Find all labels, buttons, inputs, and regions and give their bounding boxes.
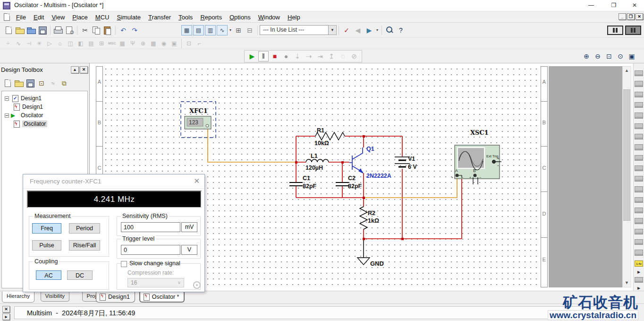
child-close-button[interactable]: ✕ xyxy=(636,13,643,20)
wattmeter-icon[interactable] xyxy=(635,92,643,97)
tektronix-oscilloscope-icon[interactable] xyxy=(635,250,643,255)
menu-edit[interactable]: Edit xyxy=(30,14,48,21)
open-document-icon[interactable] xyxy=(14,78,24,88)
menu-window[interactable]: Window xyxy=(254,14,284,21)
back-annotate-icon[interactable]: ◀ xyxy=(353,25,363,35)
layers-icon[interactable]: ⧉ xyxy=(59,78,69,88)
instrument-rack-button[interactable] xyxy=(625,26,641,35)
forward-annotate-icon[interactable]: ▶ xyxy=(364,25,374,35)
menu-tools[interactable]: Tools xyxy=(175,14,196,21)
statusbar-close-button[interactable]: ✕ xyxy=(2,306,10,312)
zoom-in-icon[interactable]: ⊕ xyxy=(581,51,592,61)
help-icon[interactable]: ? xyxy=(396,25,406,35)
distortion-analyzer-icon[interactable] xyxy=(635,186,643,192)
dialog-title-bar[interactable]: Frequency counter-XFC1 ✕ xyxy=(23,174,204,189)
place-power-icon[interactable]: ▦ xyxy=(118,39,127,48)
place-cmos-icon[interactable]: ◫ xyxy=(66,39,75,48)
spectrum-analyzer-icon[interactable] xyxy=(635,197,643,203)
place-ttl-icon[interactable]: ⌂ xyxy=(55,39,65,48)
capacitor-c2-symbol[interactable] xyxy=(336,182,349,186)
function-generator-icon[interactable] xyxy=(635,81,643,87)
in-use-list-combo[interactable]: --- In Use List --- xyxy=(260,25,329,35)
paste-icon[interactable] xyxy=(102,25,113,35)
dc-button[interactable]: DC xyxy=(67,270,93,280)
four-channel-oscilloscope-icon[interactable] xyxy=(635,113,643,118)
place-analog-icon[interactable]: ▷ xyxy=(45,39,54,48)
measurement-probe-icon[interactable]: 1.4v xyxy=(635,260,643,267)
annotate-dropdown-arrow[interactable]: ▾ xyxy=(375,28,380,32)
zoom-area-icon[interactable]: ⊡ xyxy=(604,51,614,61)
toggle-breakpoint-icon[interactable]: ◌ xyxy=(338,51,348,61)
pause-at-next-mcu-instruction-icon[interactable]: ⇣ xyxy=(292,51,303,61)
grapher-dropdown-arrow[interactable]: ▾ xyxy=(228,28,233,32)
text-edit-disabled-icon[interactable]: Te xyxy=(48,78,58,88)
frequency-counter-icon[interactable] xyxy=(635,134,643,139)
child-restore-button[interactable]: ❐ xyxy=(627,13,635,20)
sensitivity-unit[interactable]: mV xyxy=(181,222,197,232)
tree-item-design1-sheet[interactable]: ϟDesign1 xyxy=(12,103,43,111)
xsc1-channel-b-terminal[interactable] xyxy=(474,174,477,177)
step-into-icon[interactable]: ⇢ xyxy=(304,51,314,61)
place-electromechanical-icon[interactable]: ▩ xyxy=(149,39,158,48)
place-misc-digital-icon[interactable]: ◧ xyxy=(76,39,85,48)
step-out-icon[interactable]: ↥ xyxy=(326,51,337,61)
place-advanced-peripherals-icon[interactable]: Ψ xyxy=(128,39,137,48)
oscilloscope-xsc1[interactable]: XSC1 Ext Trig + − A B + − + − xyxy=(451,129,501,184)
ac-button[interactable]: AC xyxy=(36,270,61,280)
inductor-l1-symbol[interactable] xyxy=(306,159,329,162)
place-mcu-icon[interactable]: ▣ xyxy=(169,39,179,48)
dialog-close-icon[interactable]: ✕ xyxy=(194,177,200,185)
electrical-rules-check-icon[interactable]: ✓ xyxy=(341,25,352,35)
doc-tab-oscilator-[interactable]: Oscilator * xyxy=(139,292,185,303)
save-file-icon[interactable] xyxy=(37,25,48,35)
step-over-icon[interactable]: ⇥ xyxy=(315,51,325,61)
agilent-multimeter-icon[interactable] xyxy=(635,229,643,234)
breadboard-view-button[interactable] xyxy=(607,26,623,35)
panel-tab-visibility[interactable]: Visibility xyxy=(41,292,69,302)
tree-item-oscilator[interactable]: ▶Oscilator xyxy=(5,111,43,120)
freq-button[interactable]: Freq xyxy=(32,223,61,234)
print-preview-icon[interactable] xyxy=(64,25,75,35)
tree-item-oscilator-sheet[interactable]: ϟOscilator xyxy=(12,120,47,128)
window-restore-button[interactable]: ❐ xyxy=(604,0,623,11)
place-bus-icon[interactable]: ⌐ xyxy=(195,39,204,48)
trigger-level-unit[interactable]: V xyxy=(181,245,197,255)
in-use-list-dropdown-arrow[interactable]: ▼ xyxy=(329,25,337,35)
xfc1-terminal[interactable] xyxy=(206,124,209,127)
resistor-r2-symbol[interactable] xyxy=(360,207,367,229)
new-document-icon[interactable] xyxy=(2,78,13,88)
agilent-oscilloscope-icon[interactable] xyxy=(635,239,643,245)
menu-help[interactable]: Help xyxy=(284,14,304,21)
menu-simulate[interactable]: Simulate xyxy=(113,14,144,21)
probe-settings-icon[interactable]: ▶ xyxy=(635,270,643,274)
print-icon[interactable] xyxy=(53,25,63,35)
toggle-grapher-icon[interactable]: ∿ xyxy=(217,25,228,35)
record-icon[interactable]: ● xyxy=(281,51,291,61)
window-close-button[interactable]: ✕ xyxy=(625,0,644,11)
menu-transfer[interactable]: Transfer xyxy=(144,14,175,21)
menu-options[interactable]: Options xyxy=(226,14,254,21)
run-simulation-icon[interactable]: ▶ xyxy=(247,51,257,61)
compression-rate-select[interactable]: 16 xyxy=(127,278,184,287)
logic-analyzer-icon[interactable] xyxy=(635,165,643,171)
zoom-fit-to-page-icon[interactable]: ⊙ xyxy=(615,51,626,61)
period-button[interactable]: Period xyxy=(69,223,100,234)
slow-change-checkbox[interactable] xyxy=(121,261,127,267)
menu-reports[interactable]: Reports xyxy=(196,14,226,21)
open-sample-icon[interactable] xyxy=(26,25,36,35)
trigger-level-input[interactable] xyxy=(121,245,180,255)
iv-analyzer-icon[interactable] xyxy=(635,176,643,182)
place-transistor-icon[interactable]: ✳ xyxy=(34,39,44,48)
multimeter-icon[interactable] xyxy=(635,70,643,76)
frequency-counter-xfc1[interactable]: XFC1 123 xyxy=(181,102,216,138)
find-icon[interactable] xyxy=(384,25,395,35)
network-analyzer-icon[interactable] xyxy=(635,208,643,213)
component-wizard-icon[interactable]: ⊟ xyxy=(245,25,255,35)
panel-close-button[interactable]: ✕ xyxy=(80,66,88,73)
xsc1-ext-trig-terminal[interactable] xyxy=(492,160,496,164)
toggle-design-toolbox-icon[interactable]: ▦ xyxy=(181,25,192,35)
xsc1-channel-a-terminal[interactable] xyxy=(456,174,459,177)
pause-simulation-icon[interactable]: ‖ xyxy=(258,51,269,61)
toggle-spreadsheet-view-icon[interactable]: ▤ xyxy=(193,25,204,35)
tree-expander-icon[interactable] xyxy=(5,96,9,101)
